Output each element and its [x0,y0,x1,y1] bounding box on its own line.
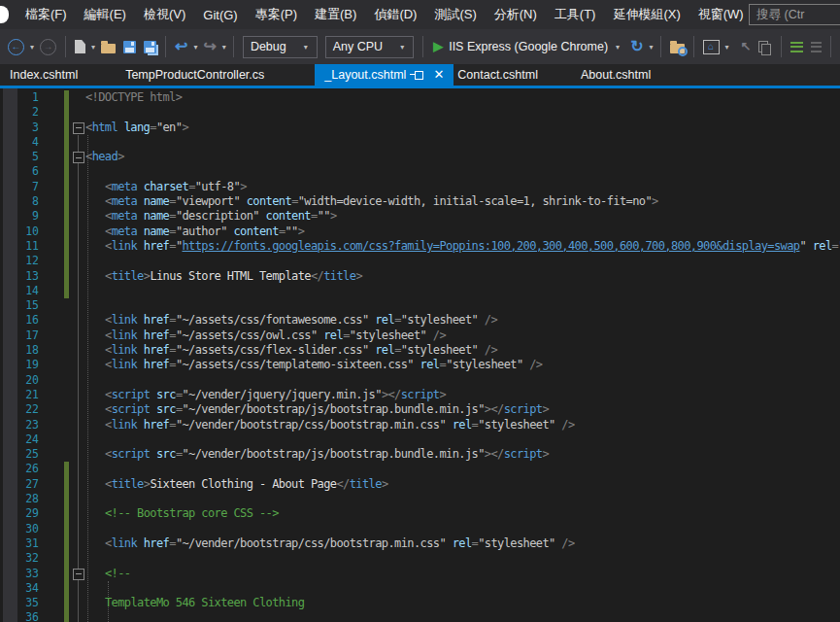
code-line[interactable]: 20 [0,373,840,388]
code-line[interactable]: 23<link href="~/vender/bootstrap/css/boo… [0,418,840,432]
code-line[interactable]: 3<html lang="en"> [0,121,840,135]
pin-icon[interactable] [415,71,423,80]
code-line[interactable]: 9<meta name="description" content=""> [0,209,840,224]
code-line[interactable]: 5<head> [0,150,840,164]
navigate-forward-button[interactable]: → [36,34,60,59]
code-line[interactable]: 33<!-- [0,567,840,581]
code-line[interactable]: 22<script src="~/vender/bootstrap/js/boo… [0,402,840,417]
code-line[interactable]: 31<link href="~/vender/bootstrap/css/boo… [0,536,840,551]
code-line[interactable]: 28 [0,492,840,506]
code-line[interactable]: 7<meta charset="utf-8"> [0,180,840,194]
chevron-down-icon[interactable]: ▾ [30,43,34,52]
code-line[interactable]: 18<link href="~/assets/css/flex-slider.c… [0,343,840,358]
menu-item-git[interactable]: Git(G) [194,0,246,29]
select-element-button[interactable]: ↖ [737,34,756,59]
tab-tempproductcontroller-cs[interactable]: TempProductController.cs [123,64,266,86]
code-line[interactable]: 19<link href="~/assets/css/templatemo-si… [0,358,840,372]
refresh-button[interactable]: ↻ [626,34,647,59]
save-all-button[interactable] [140,34,160,59]
line-number: 25 [0,447,39,462]
collapse-box-icon[interactable] [73,569,84,580]
search-input[interactable]: 搜尋 (Ctr [749,4,840,25]
code-line[interactable]: 17<link href="~/assets/css/owl.css" rel=… [0,328,840,343]
solution-platform-dropdown[interactable]: Any CPU ▾ [325,36,414,58]
menu-item-debug[interactable]: 偵錯(D) [365,0,425,29]
undo-button[interactable]: ↩ [171,34,191,59]
code-line[interactable]: 24 [0,432,840,447]
menu-item-test[interactable]: 測試(S) [425,0,485,29]
separator [693,36,694,57]
code-line[interactable]: 8<meta name="viewport" content="width=de… [0,194,840,209]
chevron-down-icon[interactable]: ▾ [91,43,95,52]
code-token: /> [478,313,497,327]
navigate-backward-button[interactable]: ← [4,34,28,59]
code-line[interactable]: 34 [0,581,840,596]
chevron-down-icon[interactable]: ▾ [193,43,197,52]
outline-margin[interactable] [69,150,85,164]
outline-margin[interactable] [69,567,85,581]
code-line[interactable]: 1<!DOCTYPE html> [0,90,840,105]
close-icon[interactable]: ✕ [433,69,444,81]
code-line[interactable]: 21<script src="~/vender/jquery/jquery.mi… [0,388,840,402]
code-line[interactable]: 12 [0,254,840,268]
code-line[interactable]: 35TemplateMo 546 Sixteen Clothing [0,596,840,610]
menu-item-tools[interactable]: 工具(T) [546,0,605,29]
toggle-bookmark-button[interactable] [836,34,840,59]
code-token: link [112,313,138,327]
code-text: <link href="~/vender/bootstrap/css/boots… [85,536,840,551]
browse-with-button[interactable]: ⌂ [699,34,723,59]
collapse-box-icon[interactable] [73,122,84,134]
menu-item-extensions[interactable]: 延伸模組(X) [604,0,689,29]
code-line[interactable]: 30 [0,522,840,536]
code-editor[interactable]: 1<!DOCTYPE html>23<html lang="en">45<hea… [0,88,840,622]
tab-index-cshtml[interactable]: Index.cshtml [8,64,80,86]
code-line[interactable]: 11<link href="https://fonts.googleapis.c… [0,239,840,254]
code-line[interactable]: 6 [0,164,840,179]
code-line[interactable]: 15 [0,298,840,313]
code-token: script [504,447,543,461]
outline-margin [69,536,85,551]
code-line[interactable]: 13<title>Linus Store HTML Template</titl… [0,269,840,284]
code-line[interactable]: 32 [0,551,840,566]
code-token: = [176,388,183,401]
code-line[interactable]: 4 [0,135,840,150]
outline-margin[interactable] [69,121,85,135]
visual-studio-window: 檔案(F)編輯(E)檢視(V)Git(G)專案(P)建置(B)偵錯(D)測試(S… [0,0,840,622]
code-text: <head> [85,150,840,164]
undo-icon: ↩ [175,39,187,54]
chevron-down-icon[interactable]: ▾ [650,43,654,52]
menu-item-file[interactable]: 檔案(F) [17,0,76,29]
collapse-box-icon[interactable] [73,152,84,163]
menu-item-window[interactable]: 視窗(W) [689,0,753,29]
copy-markup-button[interactable] [755,34,776,59]
code-line[interactable]: 10<meta name="author" content=""> [0,225,840,239]
code-line[interactable]: 25<script src="~/vender/bootstrap/js/boo… [0,447,840,462]
code-line[interactable]: 27<title>Sixteen Clothing - About Page</… [0,477,840,492]
code-line[interactable]: 16<link href="~/assets/css/fontawesome.c… [0,313,840,328]
solution-configuration-dropdown[interactable]: Debug ▾ [243,36,318,58]
open-file-button[interactable] [97,34,119,59]
chevron-down-icon[interactable]: ▾ [222,43,226,52]
outline-margin [69,418,85,432]
redo-button[interactable]: ↪ [199,34,219,59]
format-document-button[interactable] [787,34,807,59]
menu-item-view[interactable]: 檢視(V) [135,0,194,29]
code-line[interactable]: 2 [0,105,840,120]
format-selection-button[interactable] [807,34,825,59]
menu-item-build[interactable]: 建置(B) [306,0,365,29]
code-line[interactable]: 26 [0,462,840,476]
tab-about-cshtml[interactable]: About.cshtml [579,64,653,86]
menu-item-analyze[interactable]: 分析(N) [486,0,546,29]
find-in-files-button[interactable] [666,34,689,59]
new-file-button[interactable] [71,34,89,59]
code-line[interactable]: 14 [0,284,840,298]
save-button[interactable] [119,34,140,59]
tab-contact-cshtml[interactable]: Contact.cshtml [455,64,540,86]
menu-item-edit[interactable]: 編輯(E) [76,0,135,29]
menu-item-project[interactable]: 專案(P) [247,0,306,29]
tab-layout-cshtml[interactable]: _Layout.cshtml ✕ [315,64,454,86]
chevron-down-icon[interactable]: ▾ [725,43,729,52]
code-line[interactable]: 29<!-- Bootstrap core CSS --> [0,506,840,521]
start-debugging-button[interactable]: ▶ IIS Express (Google Chrome) ▾ [428,39,626,54]
code-line[interactable]: 36 [0,610,840,622]
